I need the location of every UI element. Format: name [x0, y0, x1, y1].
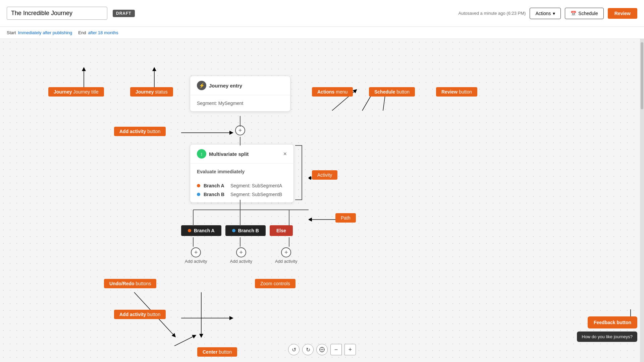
annotation-add-activity-1: Add activity button: [114, 310, 166, 319]
annotation-journey-title: Journey Journey title: [48, 87, 104, 97]
annotation-journey-status: Journey status: [130, 87, 173, 97]
calendar-icon: 📅: [571, 11, 576, 16]
multivariate-split-card: ↕ Multivariate split × Evaluate immediat…: [190, 144, 294, 203]
branch-b-tag-label: Branch B: [238, 228, 259, 233]
branch-a-tag-label: Branch A: [194, 228, 215, 233]
scrollbar-thumb[interactable]: [641, 42, 643, 109]
add-col-a: + Add activity: [185, 247, 207, 264]
actions-menu-button[interactable]: Actions ▾: [530, 8, 561, 19]
top-bar: DRAFT Autosaved a minute ago (6:23 PM) A…: [0, 0, 644, 27]
branch-list: Branch A Segment: SubSegmentA Branch B S…: [190, 183, 293, 202]
journey-entry-title: Journey entry: [209, 83, 242, 88]
center-button[interactable]: [316, 344, 328, 355]
branch-b-name: Branch B: [204, 192, 227, 197]
draft-badge: DRAFT: [113, 10, 135, 17]
top-bar-right: Autosaved a minute ago (6:23 PM) Actions…: [459, 8, 637, 19]
schedule-label: Schedule: [578, 11, 598, 16]
branch-a-tag-dot: [188, 229, 191, 232]
scrollbar[interactable]: [640, 39, 644, 362]
add-col-else: + Add activity: [275, 247, 297, 264]
journey-entry-body: Segment: MySegment: [190, 95, 290, 111]
branch-b-tag-dot: [232, 229, 235, 232]
branch-else-tag[interactable]: Else: [270, 225, 293, 236]
journey-entry-card: ⚡ Journey entry Segment: MySegment: [190, 76, 290, 112]
branch-a-tag[interactable]: Branch A: [181, 225, 221, 236]
add-circle-1[interactable]: +: [235, 125, 245, 135]
autosave-text: Autosaved a minute ago (6:23 PM): [459, 11, 526, 16]
svg-point-21: [321, 349, 323, 350]
actions-label: Actions: [535, 11, 551, 16]
branch-a-dot: [197, 184, 200, 187]
bottom-controls: ↺ ↻ − +: [288, 344, 356, 355]
start-link[interactable]: Immediately after publishing: [18, 30, 72, 35]
branch-b-tag[interactable]: Branch B: [225, 225, 266, 236]
journey-title-input[interactable]: [7, 7, 107, 20]
add-activity-label-b: Add activity: [230, 259, 252, 264]
add-activity-label-else: Add activity: [275, 259, 297, 264]
annotation-schedule-button: Schedule button: [369, 87, 415, 97]
end-link[interactable]: after 18 months: [88, 30, 118, 35]
end-label: End: [78, 30, 86, 35]
branch-tags: Branch A Branch B Else: [181, 225, 293, 236]
add-activity-button-b[interactable]: +: [236, 247, 246, 257]
chevron-down-icon: ▾: [553, 11, 555, 16]
annotation-zoom-controls: Zoom controls: [255, 279, 296, 288]
svg-line-18: [168, 336, 195, 346]
schedule-button[interactable]: 📅 Schedule: [565, 8, 603, 19]
annotation-path: Path: [335, 213, 356, 223]
center-icon: [319, 347, 325, 353]
start-label: Start: [7, 30, 16, 35]
branch-b-dot: [197, 193, 200, 196]
add-activity-button-1[interactable]: +: [235, 125, 245, 135]
branch-a-item: Branch A Segment: SubSegmentA: [197, 183, 287, 188]
branch-a-segment: Segment: SubSegmentA: [230, 183, 282, 188]
annotation-activity: Activity: [312, 170, 337, 180]
branch-b-item: Branch B Segment: SubSegmentB: [197, 192, 287, 197]
journey-subheader: Start Immediately after publishing End a…: [0, 27, 644, 39]
annotation-review-button: Review button: [436, 87, 477, 97]
add-col-b: + Add activity: [230, 247, 252, 264]
split-title: Multivariate split: [209, 151, 249, 157]
add-activity-columns: + Add activity + Add activity + Add acti…: [185, 247, 297, 264]
journey-entry-icon: ⚡: [197, 81, 206, 90]
annotation-center-button: Center button: [197, 347, 237, 357]
redo-button[interactable]: ↻: [302, 344, 314, 355]
evaluate-label: Evaluate immediately: [197, 169, 245, 174]
feedback-button[interactable]: Feedback button: [588, 316, 637, 328]
add-activity-button-a[interactable]: +: [191, 247, 201, 257]
review-button[interactable]: Review: [608, 8, 637, 19]
else-label: Else: [276, 228, 286, 233]
add-activity-button-else[interactable]: +: [281, 247, 291, 257]
split-card-header: ↕ Multivariate split ×: [190, 144, 293, 164]
annotation-undo-redo: Undo/Redo buttons: [104, 279, 156, 288]
zoom-plus-button[interactable]: +: [344, 344, 356, 355]
close-icon[interactable]: ×: [283, 150, 287, 158]
split-icon: ↕: [197, 149, 206, 159]
feedback-tooltip: How do you like journeys?: [577, 331, 637, 342]
zoom-minus-button[interactable]: −: [330, 344, 342, 355]
split-evaluate: Evaluate immediately: [190, 164, 293, 180]
branch-b-segment: Segment: SubSegmentB: [230, 192, 282, 197]
annotation-add-activity-2: Add activity button: [114, 127, 166, 136]
branch-a-name: Branch A: [204, 183, 227, 188]
undo-button[interactable]: ↺: [288, 344, 300, 355]
journey-entry-segment: Segment: MySegment: [197, 101, 244, 106]
annotation-actions-menu: Actions menu: [312, 87, 353, 97]
add-activity-label-a: Add activity: [185, 259, 207, 264]
journey-canvas: ⚡ Journey entry Segment: MySegment + ↕ M…: [0, 39, 644, 362]
journey-entry-header: ⚡ Journey entry: [190, 76, 290, 95]
